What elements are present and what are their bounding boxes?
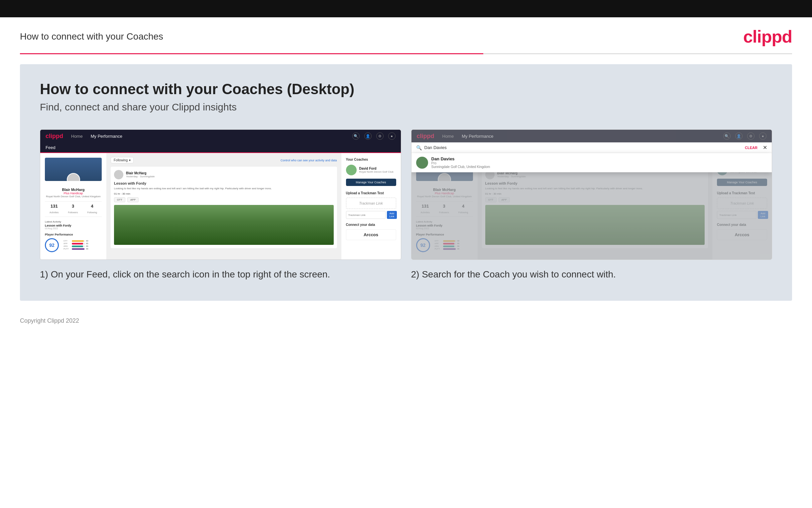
profile-info-2: Blair McHarg Plus Handicap Royal North D… bbox=[416, 187, 473, 198]
settings-icon-2[interactable]: ⚙ bbox=[747, 132, 755, 140]
search-icon-2[interactable]: 🔍 bbox=[723, 132, 730, 140]
feed-tab-label: Feed bbox=[46, 145, 55, 150]
screenshot-1: clippd Home My Performance 🔍 👤 ⚙ ● Feed bbox=[40, 129, 401, 260]
score-circle: 92 bbox=[45, 238, 59, 252]
stat-followers: 3 Followers bbox=[68, 204, 78, 215]
result-club: Sunningdale Golf Club, United Kingdom bbox=[431, 165, 490, 169]
nav-home-2: Home bbox=[442, 134, 454, 139]
result-info: Dan Davies Pro Sunningdale Golf Club, Un… bbox=[431, 156, 490, 169]
coach-name-1: David Ford bbox=[359, 167, 393, 170]
step-2-text: 2) Search for the Coach you wish to conn… bbox=[411, 268, 772, 281]
control-link[interactable]: Control who can see your activity and da… bbox=[281, 159, 337, 162]
trackman-box-1: Trackman Link bbox=[346, 198, 396, 209]
screenshot-2: clippd Home My Performance 🔍 👤 ⚙ ● Feed bbox=[411, 129, 772, 260]
coach-club-1: Royal North Devon Golf Club bbox=[359, 170, 393, 173]
lesson-meta: Yesterday · Sunningdale bbox=[126, 175, 154, 178]
lesson-avatar bbox=[114, 170, 123, 179]
nav-icons-1: 🔍 👤 ⚙ ● bbox=[352, 132, 395, 140]
clippd-logo: clippd bbox=[743, 27, 792, 47]
coach-card-1: David Ford Royal North Devon Golf Club bbox=[346, 165, 396, 175]
arccos-box-1: Arccos bbox=[346, 229, 396, 240]
profile-hero bbox=[45, 158, 102, 181]
profile-stats: 131 Activities 3 Followers 4 Following bbox=[45, 201, 102, 217]
ott-button[interactable]: OTT bbox=[114, 197, 125, 202]
step-1-text: 1) On your Feed, click on the search ico… bbox=[40, 268, 401, 281]
search-query-text: Dan Davies bbox=[424, 145, 743, 150]
avatar-icon[interactable]: ● bbox=[388, 132, 395, 140]
lesson-title: Lesson with Fordy bbox=[114, 181, 334, 185]
coaches-title-1: Your Coaches bbox=[346, 158, 396, 161]
search-icon[interactable]: 🔍 bbox=[352, 132, 360, 140]
feed-tab-1[interactable]: Feed bbox=[40, 142, 401, 153]
lesson-card: Blair McHarg Yesterday · Sunningdale Les… bbox=[111, 167, 337, 248]
lesson-user-name: Blair McHarg bbox=[126, 171, 154, 175]
screenshot-inner-1: Blair McHarg Plus Handicap Royal North D… bbox=[40, 153, 401, 259]
stat-activities: 131 Activities bbox=[50, 204, 59, 215]
following-button[interactable]: Following ▾ bbox=[111, 157, 134, 163]
result-name: Dan Davies bbox=[431, 156, 490, 161]
result-avatar bbox=[416, 157, 428, 169]
main-content: How to connect with your Coaches (Deskto… bbox=[20, 64, 792, 301]
nav-home-1[interactable]: Home bbox=[71, 134, 83, 139]
player-perf: Player Performance 92 OTT90 APP85 ARG86 … bbox=[45, 233, 102, 252]
nav-logo-1: clippd bbox=[46, 133, 63, 140]
right-panel-1: Your Coaches David Ford Royal North Devo… bbox=[341, 153, 401, 259]
result-role: Pro bbox=[431, 161, 490, 165]
app-button[interactable]: APP bbox=[127, 197, 139, 202]
profile-club-2: Royal North Devon Golf Club, United King… bbox=[416, 195, 473, 198]
manage-coaches-button-1[interactable]: Manage Your Coaches bbox=[346, 179, 396, 186]
clear-button[interactable]: CLEAR bbox=[745, 146, 758, 150]
footer: Copyright Clippd 2022 bbox=[0, 311, 812, 331]
settings-icon[interactable]: ⚙ bbox=[376, 132, 384, 140]
trackman-input-row-1: Add Link bbox=[346, 211, 396, 219]
user-icon-2[interactable]: 👤 bbox=[735, 132, 743, 140]
header-divider bbox=[20, 53, 792, 54]
middle-panel-1: Following ▾ Control who can see your act… bbox=[107, 153, 341, 259]
following-bar: Following ▾ Control who can see your act… bbox=[111, 157, 337, 163]
profile-name: Blair McHarg bbox=[45, 187, 102, 192]
profile-club: Royal North Devon Golf Club, United King… bbox=[45, 195, 102, 198]
latest-activity-label: Latest Activity bbox=[45, 220, 102, 223]
perf-bars: OTT90 APP85 ARG86 PUTT96 bbox=[63, 240, 88, 251]
search-bar: 🔍 Dan Davies CLEAR ✕ bbox=[412, 142, 772, 153]
lesson-desc: Looking to feel like my hands are exitin… bbox=[114, 186, 334, 190]
main-subtitle: Find, connect and share your Clippd insi… bbox=[40, 101, 772, 113]
user-icon[interactable]: 👤 bbox=[364, 132, 372, 140]
screenshot-2-container: clippd Home My Performance 🔍 👤 ⚙ ● Feed bbox=[411, 129, 772, 281]
lesson-actions: OTT APP bbox=[114, 197, 334, 202]
main-title: How to connect with your Coaches (Deskto… bbox=[40, 81, 772, 97]
lesson-image bbox=[114, 205, 334, 245]
screenshots-row: clippd Home My Performance 🔍 👤 ⚙ ● Feed bbox=[40, 129, 772, 281]
stat-following: 4 Following bbox=[87, 204, 97, 215]
activity-name: Lesson with Fordy bbox=[45, 224, 102, 227]
page-title: How to connect with your Coaches bbox=[20, 31, 163, 42]
avatar-icon-2[interactable]: ● bbox=[759, 132, 766, 140]
app-nav-1: clippd Home My Performance 🔍 👤 ⚙ ● bbox=[40, 130, 401, 142]
lesson-user: Blair McHarg Yesterday · Sunningdale bbox=[114, 170, 334, 179]
left-panel-1: Blair McHarg Plus Handicap Royal North D… bbox=[40, 153, 107, 259]
trackman-input-1[interactable] bbox=[346, 211, 386, 219]
add-link-button-1[interactable]: Add Link bbox=[387, 211, 397, 219]
search-result[interactable]: Dan Davies Pro Sunningdale Golf Club, Un… bbox=[412, 153, 772, 172]
profile-hcp: Plus Handicap bbox=[45, 192, 102, 195]
search-popup: 🔍 Dan Davies CLEAR ✕ Dan Davies Pro Sunn… bbox=[412, 142, 772, 172]
connect-title-1: Connect your data bbox=[346, 223, 396, 226]
coach-avatar-1 bbox=[346, 165, 356, 175]
app-nav-2: clippd Home My Performance 🔍 👤 ⚙ ● bbox=[412, 130, 772, 142]
copyright-text: Copyright Clippd 2022 bbox=[20, 318, 79, 324]
top-bar bbox=[0, 0, 812, 17]
nav-my-performance-1[interactable]: My Performance bbox=[91, 134, 122, 139]
lesson-duration: 01 hr : 30 min bbox=[114, 192, 334, 195]
header: How to connect with your Coaches clippd bbox=[0, 17, 812, 53]
close-search-button[interactable]: ✕ bbox=[763, 144, 767, 151]
profile-info: Blair McHarg Plus Handicap Royal North D… bbox=[45, 187, 102, 198]
nav-my-performance-2: My Performance bbox=[462, 134, 493, 139]
perf-title: Player Performance bbox=[45, 233, 102, 236]
nav-icons-2: 🔍 👤 ⚙ ● bbox=[723, 132, 766, 140]
search-icon-popup: 🔍 bbox=[416, 145, 422, 151]
activity-date: 03 Aug 2022 bbox=[45, 227, 102, 229]
screenshot-1-container: clippd Home My Performance 🔍 👤 ⚙ ● Feed bbox=[40, 129, 401, 281]
nav-logo-2: clippd bbox=[417, 133, 434, 140]
profile-hcp-2: Plus Handicap bbox=[416, 192, 473, 195]
profile-name-2: Blair McHarg bbox=[416, 187, 473, 192]
